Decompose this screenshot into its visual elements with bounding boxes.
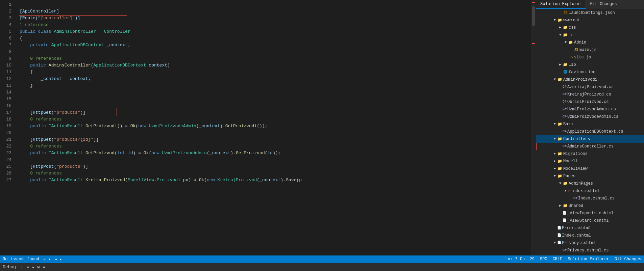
tree-item-privacy-cs[interactable]: C# Privacy.cshtml.cs [536,247,644,254]
arrow-icon-controllers: ▼ [552,136,557,142]
tree-item-modeli[interactable]: ▶ 📁 Modeli [536,158,644,165]
tree-item-index-cshtml[interactable]: ▼ ⚡ Index.cshtml [536,187,644,195]
code-line-18: 18 0 references [0,116,531,123]
tab-solution-explorer-status[interactable]: Solution Explorer [568,257,609,262]
debug-mode-label: Debug [3,265,16,270]
tree-item-uzmiproizvodeadmin[interactable]: C# UzmiProizvodeAdmin.cs [536,113,644,120]
tree-item-viewimports[interactable]: 📄 _ViewImports.cshtml [536,210,644,217]
arrow-icon-wwwroot: ▼ [552,17,557,24]
editor-wrapper: 1 2 [ApiController] 3 [Route("[controlle… [0,0,536,255]
tree-item-controllers[interactable]: ▼ 📁 Controllers [536,135,644,143]
status-arrows[interactable]: ◂ ▸ [55,257,62,262]
folder-icon-pages: 📁 [557,173,563,179]
tree-item-launchsettings[interactable]: JS launchSettings.json [536,9,644,17]
status-bar-left: No issues found ✓ ▾ ◂ ▸ [3,257,62,262]
tree-label-error: Error.cshtml [562,225,591,232]
status-check[interactable]: ✓ ▾ [43,257,51,262]
folder-icon-lib: 📁 [563,62,568,67]
tab-git-changes[interactable]: Git Changes [586,0,621,9]
tree-label-pages: Pages [563,173,575,180]
code-line-16: 16 [0,103,531,109]
tree-item-adminscontroller[interactable]: C# AdminsController.cs [536,143,644,150]
code-line-19: 19 public IActionResult GetProizvodi() ⇒… [0,123,531,130]
tab-git-changes-status[interactable]: Git Changes [615,257,641,262]
tree-label-baza: Baza [563,121,573,128]
tree-item-adminproizvodi[interactable]: ▼ 📁 AdminProizvodi [536,76,644,83]
tree-item-baza[interactable]: ▼ 📁 Baza [536,120,644,128]
tree-item-viewstart[interactable]: 📄 _ViewStart.cshtml [536,217,644,224]
arrow-icon-shared: ▶ [558,202,563,209]
solution-tree[interactable]: JS launchSettings.json ▼ 📁 wwwroot ▶ 📁 c… [536,9,644,255]
arrow-icon-adminproizvodi: ▼ [552,76,557,83]
tree-item-migrations[interactable]: ▶ 📁 Migrations [536,150,644,158]
tree-item-applicationdbcontext[interactable]: C# ApplicationDBContext.cs [536,128,644,135]
code-line-4: 4 1 reference [0,22,531,28]
tree-item-wwwroot[interactable]: ▼ 📁 wwwroot [536,17,644,24]
no-issues: No issues found [3,257,39,262]
toolbar-icon-back[interactable]: ↩ [43,265,45,270]
tree-item-mainjs[interactable]: JS main.js [536,46,644,54]
tree-item-pages[interactable]: ▼ 📁 Pages [536,172,644,180]
tree-item-privacy[interactable]: ▼ 📄 Privacy.cshtml [536,239,644,247]
tree-item-lib[interactable]: ▶ 📁 lib [536,61,644,69]
code-line-26: 26 0 references [0,170,531,177]
tree-label-css: css [569,24,576,31]
tree-item-uzmiproizvodadmin[interactable]: C# UzmiProizvodAdmin.cs [536,106,644,113]
tree-item-index-cshtml-cs[interactable]: C# Index.cshtml.cs [536,195,644,202]
tree-item-adminpages[interactable]: ▼ 📁 AdminPages [536,180,644,187]
tree-label-sitejs: site.js [574,54,591,61]
tree-item-admin[interactable]: ▼ 📁 Admin [536,39,644,46]
cshtml-icon-privacy: 📄 [557,240,561,246]
line-ending: CRLF [553,257,563,262]
tree-label-kreirajproizvod: KreirajProizvod.cs [567,91,611,98]
toolbar-icon-grid[interactable]: ⊡ [37,265,40,270]
tree-label-viewimports: _ViewImports.cshtml [567,210,614,217]
folder-icon-modeliview: 📁 [557,166,563,171]
tree-label-js: js [569,32,573,38]
editor-scrollbar[interactable] [531,0,536,255]
tree-label-modeliview: ModeliView [563,165,588,172]
toolbar-icon-hamburger[interactable]: ≡ [27,265,29,270]
tree-item-css[interactable]: ▶ 📁 css [536,24,644,31]
status-bar-right: Ln: 7 Ch: 29 SPC CRLF Solution Explorer … [505,257,641,262]
cshtml-icon-index-root: 📄 [557,232,561,239]
tree-item-js[interactable]: ▼ 📁 js [536,31,644,39]
folder-icon-js: 📁 [563,32,568,38]
tree-item-error[interactable]: 📄 Error.cshtml [536,224,644,232]
tree-label-shared: Shared [569,202,583,209]
tree-item-sitejs[interactable]: JS site.js [536,54,644,61]
cs-prefix-appdbcontext: C# [563,128,567,135]
tree-item-azuriraj[interactable]: C# AzurirajProizvod.cs [536,83,644,91]
code-line-27: 27 public IActionResult KreirajProizvod(… [0,177,531,184]
tree-label-adminpages: AdminPages [569,180,593,187]
tree-item-kreirajproizvod[interactable]: C# KreirajProizvod.cs [536,91,644,98]
cshtml-prefix-index: ⚡ [568,188,570,194]
cs-prefix-uzmiproizvodeadmin: C# [563,113,567,120]
code-line-15: 15 [0,96,531,103]
arrow-icon-migrations: ▶ [552,151,557,157]
tree-item-index-cshtml-root[interactable]: 📄 Index.cshtml [536,232,644,239]
tree-label-index-cshtml-root: Index.cshtml [562,232,591,239]
arrow-icon-css: ▶ [558,24,563,31]
arrow-icon-adminpages: ▼ [558,180,563,187]
arrow-icon-lib: ▶ [558,61,563,68]
editor-content[interactable]: 1 2 [ApiController] 3 [Route("[controlle… [0,0,531,255]
tree-item-shared[interactable]: ▶ 📁 Shared [536,202,644,210]
js-icon-sitejs: JS [568,55,573,60]
tree-label-wwwroot: wwwroot [563,17,580,24]
tree-item-modeliview[interactable]: ▶ 📁 ModeliView [536,165,644,172]
cs-prefix-adminscontroller: C# [563,143,567,150]
tree-label-migrations: Migrations [563,151,588,157]
tree-item-favicon[interactable]: 🌐 favicon.ico [536,69,644,76]
cs-prefix-kreirajproizvod: C# [563,91,567,98]
tree-item-obrisi[interactable]: C# ObrisiProizvod.cs [536,98,644,106]
folder-icon-shared: 📁 [563,203,568,209]
toolbar-icon-play[interactable]: ▸ [32,265,35,270]
editor-area: 1 2 [ApiController] 3 [Route("[controlle… [0,0,536,255]
arrow-icon-modeli: ▶ [552,158,557,165]
code-line-14: 14 [0,89,531,96]
tab-solution-explorer[interactable]: Solution Explorer [536,0,586,9]
folder-icon-migrations: 📁 [557,151,563,157]
code-line-10: 10 public AdminsController(ApplicationDB… [0,62,531,69]
tree-label-controllers: Controllers [563,136,590,142]
